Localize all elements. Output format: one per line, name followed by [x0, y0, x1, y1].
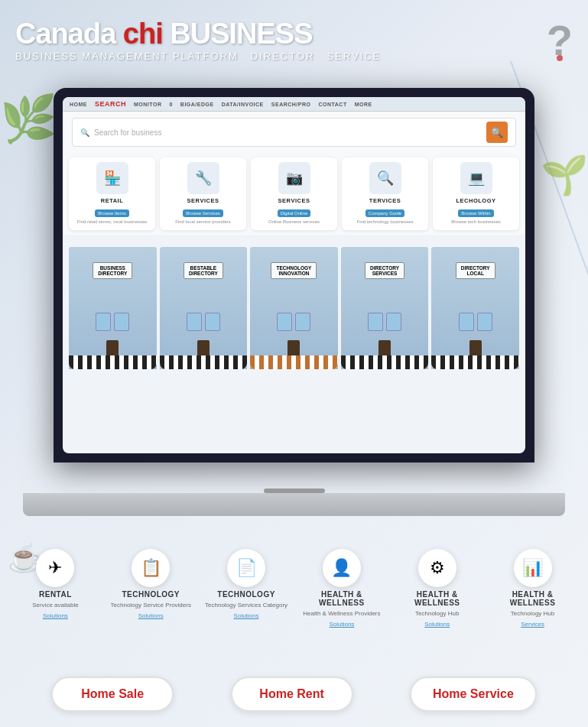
storefront-2-awning	[160, 355, 248, 369]
sf-win	[187, 313, 202, 331]
storefront-4-windows	[368, 313, 401, 331]
brand: Canada chi BUSINESS Business Management …	[15, 18, 381, 62]
retail-button[interactable]: Browse Items	[95, 209, 128, 217]
storefront-1-sign: BUSINESSDIRECTORY	[93, 262, 132, 279]
category-tervices: 🔍 TERVICES Company Guide Find technology…	[342, 157, 428, 230]
nav-home: Home	[67, 101, 89, 108]
health1-icon-circle: 👤	[323, 549, 361, 587]
tech2-icon-circle: 📄	[227, 549, 265, 587]
health1-title: HEALTH & WELLNESS	[300, 590, 384, 607]
sf-win	[386, 313, 401, 331]
icon-tech1: 📋 TECHNOLOGY Technology Service Provider…	[109, 549, 193, 619]
tech1-sub: Technology Service Providers	[111, 602, 191, 609]
tervices-icon: 🔍	[369, 162, 401, 194]
icons-row: ✈ RENTAL Service available Solutions 📋 T…	[0, 549, 588, 628]
rental-sub: Service available	[32, 602, 78, 609]
storefront-5: DIRECTORYLocal	[431, 247, 519, 369]
laptop-screen-outer: Home SEARCH Monitor 0 BIGA/EDGE DATA/INV…	[54, 88, 534, 462]
search-button[interactable]: 🔍	[486, 122, 508, 143]
rental-link[interactable]: Solutions	[43, 612, 68, 619]
brand-chi: chi	[123, 18, 163, 50]
icon-health3: 📊 HEALTH & WELLNESS Technology Hub Servi…	[491, 549, 575, 628]
tech2-title: TECHNOLOGY	[217, 590, 275, 599]
sf-win	[477, 313, 492, 331]
tech2-sub: Technology Services Category	[205, 602, 288, 609]
storefront-4-body: DIRECTORYServices	[341, 247, 429, 355]
search-box[interactable]: 🔍 Search for business 🔍	[72, 118, 516, 147]
services2-button[interactable]: Digital Online	[278, 209, 311, 217]
retail-title: RETAIL	[72, 197, 152, 204]
storefront-1-windows	[96, 313, 129, 331]
icon-health2: ⚙ HEALTH & WELLNESS Technology Hub Solut…	[395, 549, 479, 628]
health3-icon: 📊	[522, 558, 543, 578]
storefront-3-sign: TECHNOLOGYInnovation	[271, 262, 317, 279]
storefront-1-door	[106, 340, 119, 355]
health2-link[interactable]: Solutions	[424, 621, 450, 628]
subtitle-director: DIRECTOR	[251, 50, 315, 62]
laptop-hinge	[264, 488, 325, 493]
sf-win	[295, 313, 310, 331]
storefront-4-awning	[341, 355, 429, 369]
category-services2: 📷 SERVICES Digital Online Online Busines…	[251, 157, 337, 230]
services1-button[interactable]: Browse Services	[183, 209, 223, 217]
services1-desc: Find local service providers	[163, 219, 243, 226]
home-sale-button[interactable]: Home Sale	[51, 677, 174, 712]
tech1-icon: 📋	[141, 558, 161, 578]
technology-desc: Browse tech businesses	[436, 219, 516, 226]
storefront-3-awning	[250, 355, 338, 369]
technology-button[interactable]: Browse Within	[458, 209, 493, 217]
screen-search-area: 🔍 Search for business 🔍	[63, 112, 525, 153]
storefront-2-door	[197, 340, 210, 355]
storefront-5-door	[469, 340, 482, 355]
tervices-button[interactable]: Company Guide	[365, 209, 404, 217]
category-retail: 🏪 RETAIL Browse Items Find retail stores…	[69, 157, 155, 230]
nav-0: 0	[167, 101, 174, 108]
tech1-icon-circle: 📋	[132, 549, 170, 587]
services1-icon: 🔧	[187, 162, 219, 194]
storefront-1: BUSINESSDIRECTORY	[69, 247, 157, 369]
icon-tech2: 📄 TECHNOLOGY Technology Services Categor…	[204, 549, 288, 619]
health3-title: HEALTH & WELLNESS	[491, 590, 575, 607]
storefronts-row: BUSINESSDIRECTORY BESTABLEDIRECTORY	[63, 235, 525, 372]
health3-link[interactable]: Services	[521, 621, 544, 628]
health1-link[interactable]: Solutions	[329, 621, 354, 628]
screen-navbar: Home SEARCH Monitor 0 BIGA/EDGE DATA/INV…	[63, 97, 525, 112]
tech2-link[interactable]: Solutions	[234, 612, 259, 619]
health3-sub: Technology Hub	[511, 610, 554, 618]
health1-icon: 👤	[331, 558, 352, 578]
storefront-4-door	[378, 340, 391, 355]
storefront-5-windows	[459, 313, 492, 331]
storefront-3-door	[288, 340, 300, 355]
storefront-4-sign: DIRECTORYServices	[365, 262, 404, 279]
category-technology: 💻 LECHOLOGY Browse Within Browse tech bu…	[433, 157, 519, 230]
rental-icon: ✈	[48, 558, 62, 578]
services2-icon: 📷	[278, 162, 310, 194]
storefront-1-awning	[69, 355, 157, 369]
home-rent-button[interactable]: Home Rent	[231, 677, 353, 712]
health2-icon-circle: ⚙	[418, 549, 456, 587]
storefront-3: TECHNOLOGYInnovation	[250, 247, 338, 369]
storefront-1-body: BUSINESSDIRECTORY	[69, 247, 157, 355]
storefront-5-body: DIRECTORYLocal	[431, 247, 519, 355]
technology-title: LECHOLOGY	[436, 197, 516, 204]
services2-desc: Online Business services	[254, 219, 334, 226]
bottom-buttons: Home Sale Home Rent Home Service	[0, 677, 588, 712]
tech1-title: TECHNOLOGY	[122, 590, 180, 599]
health1-sub: Health & Wellness Providers	[303, 610, 380, 618]
nav-search: SEARCH	[93, 99, 128, 109]
category-services1: 🔧 SERVICES Browse Services Find local se…	[160, 157, 246, 230]
home-service-button[interactable]: Home Service	[410, 677, 537, 712]
header: Canada chi BUSINESS Business Management …	[15, 15, 573, 65]
nav-data: DATA/INVOICE	[219, 101, 266, 108]
laptop-container: Home SEARCH Monitor 0 BIGA/EDGE DATA/INV…	[23, 88, 565, 516]
technology-icon: 💻	[460, 162, 492, 194]
tech1-link[interactable]: Solutions	[138, 612, 164, 619]
storefront-5-awning	[431, 355, 519, 369]
search-placeholder: Search for business	[94, 128, 482, 137]
nav-contact: CONTACT	[316, 101, 349, 108]
search-icon: 🔍	[80, 128, 89, 137]
health3-icon-circle: 📊	[514, 549, 552, 587]
health2-title: HEALTH & WELLNESS	[395, 590, 479, 607]
laptop-screen: Home SEARCH Monitor 0 BIGA/EDGE DATA/INV…	[63, 97, 525, 453]
brand-prefix: Canada	[15, 18, 123, 50]
